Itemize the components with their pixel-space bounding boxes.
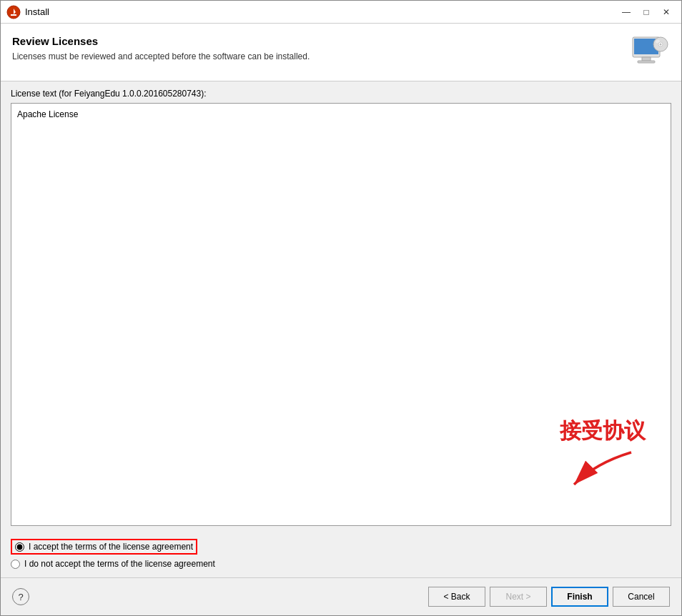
maximize-button[interactable]: □ <box>637 5 656 19</box>
cancel-button[interactable]: Cancel <box>613 587 670 607</box>
back-button[interactable]: < Back <box>428 587 485 607</box>
radio-section: I accept the terms of the license agreem… <box>1 532 681 577</box>
footer-right: < Back Next > Finish Cancel <box>428 587 670 607</box>
license-text-area[interactable]: Apache License <box>11 103 671 526</box>
svg-rect-6 <box>638 61 655 63</box>
accept-radio[interactable] <box>15 542 24 552</box>
accept-radio-label[interactable]: I accept the terms of the license agreem… <box>29 542 193 552</box>
close-button[interactable]: ✕ <box>657 5 676 19</box>
cd-rom-icon <box>627 35 670 72</box>
accept-radio-item: I accept the terms of the license agreem… <box>11 539 671 555</box>
svg-point-9 <box>659 44 661 46</box>
license-content: Apache License <box>17 109 78 119</box>
svg-rect-2 <box>11 14 16 16</box>
next-button[interactable]: Next > <box>490 587 547 607</box>
install-window: Install — □ ✕ Review Licenses Licenses m… <box>0 0 682 616</box>
minimize-button[interactable]: — <box>617 5 636 19</box>
main-content: License text (for FeiyangEdu 1.0.0.20160… <box>1 81 681 577</box>
title-bar: Install — □ ✕ <box>1 1 681 24</box>
license-label: License text (for FeiyangEdu 1.0.0.20160… <box>11 89 671 99</box>
content-area: Review Licenses Licenses must be reviewe… <box>1 24 681 577</box>
license-section: License text (for FeiyangEdu 1.0.0.20160… <box>1 81 681 532</box>
header-text: Review Licenses Licenses must be reviewe… <box>12 35 620 61</box>
footer: ? < Back Next > Finish Cancel <box>1 578 681 615</box>
help-button[interactable]: ? <box>12 588 29 605</box>
decline-radio-item: I do not accept the terms of the license… <box>11 559 671 569</box>
app-icon <box>6 5 21 19</box>
svg-rect-5 <box>642 57 651 61</box>
decline-radio[interactable] <box>11 560 20 569</box>
window-controls: — □ ✕ <box>617 5 676 19</box>
finish-button[interactable]: Finish <box>551 587 608 607</box>
accept-radio-wrapper: I accept the terms of the license agreem… <box>11 539 197 555</box>
page-title: Review Licenses <box>12 35 620 47</box>
header-section: Review Licenses Licenses must be reviewe… <box>1 24 681 81</box>
footer-left: ? <box>12 588 29 605</box>
page-subtitle: Licenses must be reviewed and accepted b… <box>12 51 620 61</box>
window-title: Install <box>25 6 617 17</box>
decline-radio-label[interactable]: I do not accept the terms of the license… <box>24 559 215 569</box>
